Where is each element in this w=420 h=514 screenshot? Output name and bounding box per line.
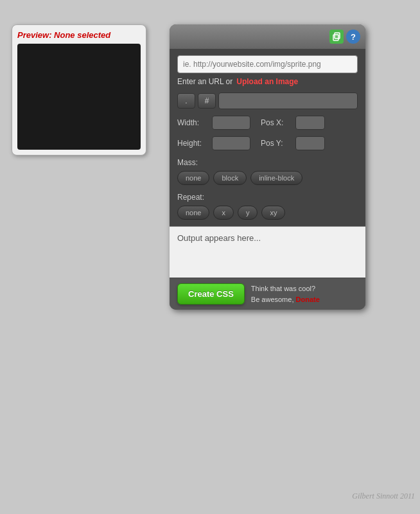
posy-label: Pos Y:	[261, 139, 292, 148]
mass-toggle-group: none block inline-block	[177, 171, 358, 185]
width-posx-row: Width: Pos X:	[177, 116, 358, 130]
url-row: Enter an URL or Upload an Image	[177, 77, 358, 86]
preview-canvas	[17, 44, 141, 150]
selector-input[interactable]	[218, 93, 358, 109]
repeat-toggle-group: none x y xy	[177, 206, 358, 220]
svg-rect-1	[335, 33, 340, 39]
repeat-label: Repeat:	[177, 193, 358, 202]
hash-button[interactable]: #	[198, 93, 216, 109]
mass-inline-block-btn[interactable]: inline-block	[250, 171, 302, 185]
output-area: Output appears here...	[170, 226, 365, 278]
width-group: Width:	[177, 116, 250, 130]
posy-group: Pos Y:	[261, 136, 325, 150]
donate-link[interactable]: Donate	[296, 296, 320, 303]
output-text: Output appears here...	[177, 233, 358, 243]
posx-input[interactable]	[295, 116, 325, 130]
cool-text-line2: Be awesome,	[251, 296, 296, 303]
posx-label: Pos X:	[261, 118, 292, 127]
preview-title: Preview: None selected	[17, 30, 141, 40]
preview-none-selected: None selected	[54, 30, 110, 40]
preview-label: Preview:	[17, 30, 54, 40]
create-css-button[interactable]: Create CSS	[177, 283, 245, 305]
height-input[interactable]	[212, 136, 250, 150]
watermark: Gilbert Sinnott 2011	[352, 492, 415, 501]
upload-link[interactable]: Upload an Image	[236, 77, 298, 86]
height-posy-row: Height: Pos Y:	[177, 136, 358, 150]
copy-icon[interactable]	[329, 30, 344, 44]
url-input[interactable]	[177, 55, 358, 73]
enter-url-label: Enter an URL or	[177, 77, 232, 86]
cool-text-line1: Think that was cool?	[251, 285, 315, 292]
repeat-xy-btn[interactable]: xy	[261, 206, 285, 220]
width-label: Width:	[177, 118, 208, 127]
posx-group: Pos X:	[261, 116, 325, 130]
cool-text: Think that was cool? Be awesome, Donate	[251, 283, 320, 305]
height-label: Height:	[177, 139, 208, 148]
bottom-row: Create CSS Think that was cool? Be aweso…	[170, 278, 365, 310]
help-icon[interactable]: ?	[346, 30, 360, 44]
repeat-none-btn[interactable]: none	[177, 206, 209, 220]
width-input[interactable]	[212, 116, 250, 130]
posy-input[interactable]	[295, 136, 325, 150]
dot-button[interactable]: .	[177, 93, 195, 109]
selector-row: . #	[177, 93, 358, 109]
preview-panel: Preview: None selected	[12, 24, 146, 155]
mass-label: Mass:	[177, 158, 358, 167]
repeat-y-btn[interactable]: y	[238, 206, 258, 220]
main-panel: ? Enter an URL or Upload an Image . # Wi…	[170, 24, 365, 310]
mass-block-btn[interactable]: block	[213, 171, 247, 185]
height-group: Height:	[177, 136, 250, 150]
mass-none-btn[interactable]: none	[177, 171, 209, 185]
panel-body: Enter an URL or Upload an Image . # Widt…	[170, 49, 365, 226]
panel-header: ?	[170, 24, 365, 49]
repeat-x-btn[interactable]: x	[213, 206, 234, 220]
